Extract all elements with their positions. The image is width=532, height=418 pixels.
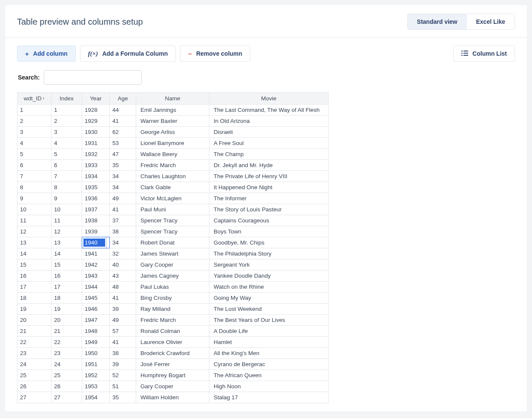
cell-wdt_id[interactable]: 5: [17, 149, 51, 160]
cell-wdt_id[interactable]: 17: [17, 282, 51, 293]
cell-wdt_id[interactable]: 12: [17, 226, 51, 237]
cell-wdt_id[interactable]: 7: [17, 171, 51, 182]
cell-age[interactable]: 35: [110, 160, 136, 171]
cell-year[interactable]: 1944: [82, 282, 110, 293]
cell-index[interactable]: 18: [51, 293, 82, 304]
cell-wdt_id[interactable]: 23: [17, 348, 51, 359]
cell-movie[interactable]: Dr. Jekyll and Mr. Hyde: [209, 160, 329, 171]
add-formula-column-button[interactable]: f(×) Add a Formula Column: [80, 45, 176, 62]
cell-name[interactable]: Broderick Crawford: [136, 348, 209, 359]
cell-year[interactable]: 1951: [82, 359, 110, 370]
cell-age[interactable]: 41: [110, 116, 136, 127]
cell-year[interactable]: 1949: [82, 337, 110, 348]
cell-movie[interactable]: Hamlet: [209, 337, 329, 348]
cell-name[interactable]: James Stewart: [136, 248, 209, 259]
cell-index[interactable]: 7: [51, 171, 82, 182]
cell-wdt_id[interactable]: 19: [17, 304, 51, 315]
cell-index[interactable]: 26: [51, 381, 82, 392]
cell-age[interactable]: 51: [110, 381, 136, 392]
cell-name[interactable]: Robert Donat: [136, 237, 209, 248]
cell-name[interactable]: George Arliss: [136, 127, 209, 138]
cell-name[interactable]: Paul Muni: [136, 204, 209, 215]
cell-name[interactable]: William Holden: [136, 392, 209, 403]
cell-name[interactable]: José Ferrer: [136, 359, 209, 370]
cell-year[interactable]: 1936: [82, 193, 110, 204]
column-list-button[interactable]: Column List: [453, 45, 515, 62]
cell-year[interactable]: 1941: [82, 248, 110, 259]
cell-age[interactable]: 39: [110, 304, 136, 315]
cell-movie[interactable]: High Noon: [209, 381, 329, 392]
cell-age[interactable]: 52: [110, 370, 136, 381]
cell-index[interactable]: 19: [51, 304, 82, 315]
cell-index[interactable]: 14: [51, 248, 82, 259]
cell-index[interactable]: 21: [51, 326, 82, 337]
cell-wdt_id[interactable]: 15: [17, 259, 51, 270]
cell-name[interactable]: Fredric March: [136, 160, 209, 171]
cell-year[interactable]: 1937: [82, 204, 110, 215]
cell-age[interactable]: 34: [110, 237, 136, 248]
cell-age[interactable]: 49: [110, 315, 136, 326]
cell-index[interactable]: 23: [51, 348, 82, 359]
cell-wdt_id[interactable]: 24: [17, 359, 51, 370]
cell-year[interactable]: 1934: [82, 171, 110, 182]
cell-age[interactable]: 38: [110, 226, 136, 237]
cell-year[interactable]: 1952: [82, 370, 110, 381]
cell-year[interactable]: 1929: [82, 116, 110, 127]
cell-movie[interactable]: Sergeant York: [209, 259, 329, 270]
cell-index[interactable]: 24: [51, 359, 82, 370]
cell-movie[interactable]: The African Queen: [209, 370, 329, 381]
cell-wdt_id[interactable]: 26: [17, 381, 51, 392]
cell-wdt_id[interactable]: 22: [17, 337, 51, 348]
cell-year[interactable]: 1928: [82, 105, 110, 116]
cell-age[interactable]: 34: [110, 171, 136, 182]
cell-age[interactable]: 32: [110, 248, 136, 259]
add-column-button[interactable]: + Add column: [17, 45, 76, 62]
cell-movie[interactable]: The Best Years of Our Lives: [209, 315, 329, 326]
cell-age[interactable]: 39: [110, 359, 136, 370]
cell-wdt_id[interactable]: 21: [17, 326, 51, 337]
cell-year[interactable]: 1931: [82, 138, 110, 149]
cell-wdt_id[interactable]: 8: [17, 182, 51, 193]
cell-year[interactable]: 1946: [82, 304, 110, 315]
cell-age[interactable]: 44: [110, 105, 136, 116]
cell-movie[interactable]: The Last Command, The Way of All Flesh: [209, 105, 329, 116]
cell-year[interactable]: 1942: [82, 259, 110, 270]
column-header-index[interactable]: Index: [51, 93, 82, 105]
cell-age[interactable]: 48: [110, 282, 136, 293]
cell-index[interactable]: 17: [51, 282, 82, 293]
cell-name[interactable]: Humphrey Bogart: [136, 370, 209, 381]
cell-index[interactable]: 25: [51, 370, 82, 381]
cell-index[interactable]: 1: [51, 105, 82, 116]
cell-edit-input[interactable]: [83, 239, 105, 247]
cell-wdt_id[interactable]: 9: [17, 193, 51, 204]
cell-age[interactable]: 47: [110, 149, 136, 160]
cell-wdt_id[interactable]: 4: [17, 138, 51, 149]
cell-name[interactable]: Spencer Tracy: [136, 226, 209, 237]
cell-movie[interactable]: Watch on the Rhine: [209, 282, 329, 293]
column-header-year[interactable]: Year: [82, 93, 110, 105]
cell-movie[interactable]: The Story of Louis Pasteur: [209, 204, 329, 215]
cell-year[interactable]: 1954: [82, 392, 110, 403]
cell-name[interactable]: Charles Laughton: [136, 171, 209, 182]
cell-year[interactable]: 1953: [82, 381, 110, 392]
cell-name[interactable]: Victor McLaglen: [136, 193, 209, 204]
cell-movie[interactable]: The Private Life of Henry VIII: [209, 171, 329, 182]
cell-name[interactable]: Gary Cooper: [136, 259, 209, 270]
cell-index[interactable]: 13: [51, 237, 82, 248]
cell-age[interactable]: 53: [110, 138, 136, 149]
cell-movie[interactable]: The Lost Weekend: [209, 304, 329, 315]
cell-name[interactable]: Ronald Colman: [136, 326, 209, 337]
cell-year[interactable]: 1947: [82, 315, 110, 326]
cell-age[interactable]: 35: [110, 392, 136, 403]
cell-index[interactable]: 9: [51, 193, 82, 204]
cell-movie[interactable]: Going My Way: [209, 293, 329, 304]
cell-index[interactable]: 20: [51, 315, 82, 326]
column-header-name[interactable]: Name: [136, 93, 209, 105]
cell-year[interactable]: 1950: [82, 348, 110, 359]
cell-name[interactable]: James Cagney: [136, 270, 209, 282]
cell-name[interactable]: Bing Crosby: [136, 293, 209, 304]
cell-wdt_id[interactable]: 3: [17, 127, 51, 138]
cell-index[interactable]: 5: [51, 149, 82, 160]
cell-index[interactable]: 16: [51, 270, 82, 282]
cell-index[interactable]: 27: [51, 392, 82, 403]
